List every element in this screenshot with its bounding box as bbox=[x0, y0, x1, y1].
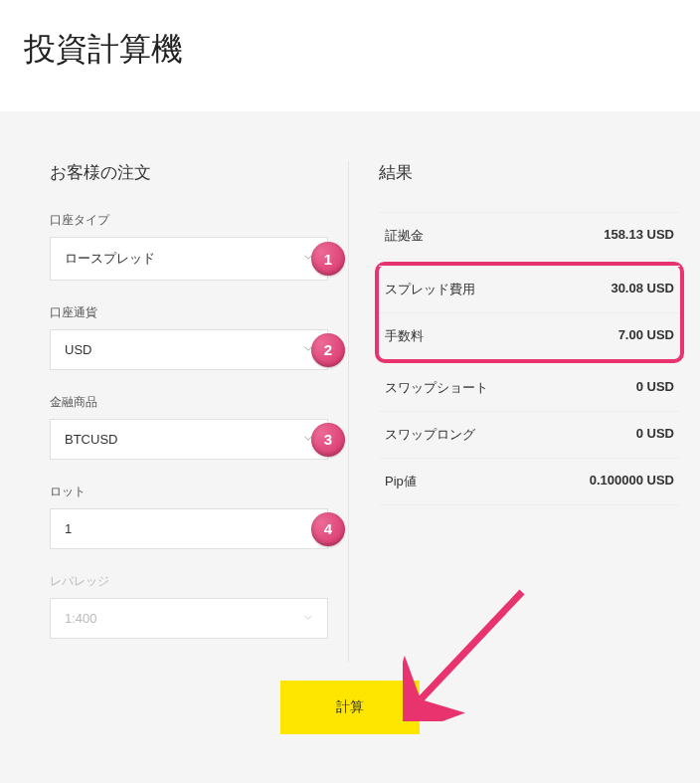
select-instrument-value: BTCUSD bbox=[65, 432, 117, 447]
row-commission-label: 手数料 bbox=[385, 327, 424, 345]
row-margin-value: 158.13 USD bbox=[604, 227, 674, 245]
row-swap-short-label: スワップショート bbox=[385, 379, 488, 397]
input-lot[interactable]: 1 4 bbox=[50, 508, 328, 549]
step-badge-2: 2 bbox=[311, 333, 345, 367]
results-panel: 結果 証拠金 158.13 USD スプレッド費用 30.08 USD 手数料 … bbox=[348, 161, 680, 663]
step-badge-1: 1 bbox=[311, 242, 345, 276]
row-spread-cost: スプレッド費用 30.08 USD bbox=[379, 266, 680, 313]
row-commission-value: 7.00 USD bbox=[618, 327, 674, 345]
row-swap-long-value: 0 USD bbox=[636, 426, 674, 444]
chevron-down-icon bbox=[301, 610, 315, 627]
row-swap-short: スワップショート 0 USD bbox=[379, 365, 680, 412]
label-lot: ロット bbox=[50, 484, 328, 500]
step-badge-4: 4 bbox=[311, 512, 345, 546]
row-pip-value: Pip値 0.100000 USD bbox=[379, 459, 680, 505]
field-account-currency: 口座通貨 USD 2 bbox=[50, 304, 328, 370]
field-lot: ロット 1 4 bbox=[50, 484, 328, 549]
select-account-currency-value: USD bbox=[65, 342, 91, 357]
row-swap-long-label: スワップロング bbox=[385, 426, 475, 444]
select-instrument[interactable]: BTCUSD 3 bbox=[50, 419, 328, 460]
field-instrument: 金融商品 BTCUSD 3 bbox=[50, 394, 328, 460]
row-spread-cost-value: 30.08 USD bbox=[611, 281, 674, 298]
select-leverage-value: 1:400 bbox=[65, 611, 97, 626]
label-account-currency: 口座通貨 bbox=[50, 304, 328, 321]
results-table: 証拠金 158.13 USD スプレッド費用 30.08 USD 手数料 7.0… bbox=[379, 212, 680, 505]
field-leverage: レバレッジ 1:400 bbox=[50, 573, 328, 639]
step-badge-3: 3 bbox=[311, 423, 345, 457]
label-account-type: 口座タイプ bbox=[50, 212, 328, 229]
page-title: 投資計算機 bbox=[0, 0, 700, 111]
row-margin: 証拠金 158.13 USD bbox=[379, 212, 680, 260]
select-account-currency[interactable]: USD 2 bbox=[50, 329, 328, 370]
form-section-title: お客様の注文 bbox=[50, 161, 328, 184]
select-account-type-value: ロースプレッド bbox=[65, 251, 155, 266]
calculate-button[interactable]: 計算 bbox=[280, 681, 420, 734]
field-account-type: 口座タイプ ロースプレッド 1 bbox=[50, 212, 328, 281]
input-lot-value: 1 bbox=[65, 521, 72, 536]
row-commission: 手数料 7.00 USD bbox=[379, 313, 680, 359]
row-swap-short-value: 0 USD bbox=[636, 379, 674, 397]
row-spread-cost-label: スプレッド費用 bbox=[385, 281, 475, 298]
calculator-container: お客様の注文 口座タイプ ロースプレッド 1 口座通貨 USD 2 金融商品 B… bbox=[0, 121, 700, 663]
label-instrument: 金融商品 bbox=[50, 394, 328, 411]
row-pip-value-value: 0.100000 USD bbox=[590, 473, 674, 490]
select-leverage: 1:400 bbox=[50, 598, 328, 639]
row-margin-label: 証拠金 bbox=[385, 227, 424, 245]
results-section-title: 結果 bbox=[379, 161, 680, 184]
row-swap-long: スワップロング 0 USD bbox=[379, 412, 680, 459]
order-form: お客様の注文 口座タイプ ロースプレッド 1 口座通貨 USD 2 金融商品 B… bbox=[50, 161, 348, 663]
select-account-type[interactable]: ロースプレッド 1 bbox=[50, 237, 328, 281]
row-pip-value-label: Pip値 bbox=[385, 473, 417, 490]
label-leverage: レバレッジ bbox=[50, 573, 328, 590]
highlight-box: スプレッド費用 30.08 USD 手数料 7.00 USD bbox=[375, 262, 684, 363]
